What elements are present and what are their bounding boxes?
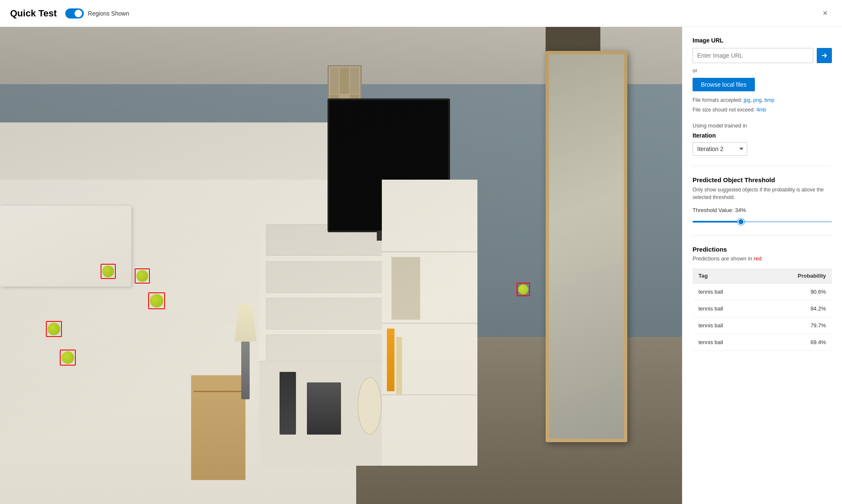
divider-2 <box>693 235 832 236</box>
divider-1 <box>693 166 832 166</box>
image-panel <box>0 27 682 504</box>
cell-tag-3: tennis ball <box>693 334 759 351</box>
cell-probability-3: 69.4% <box>759 334 832 351</box>
predictions-title: Predictions <box>693 246 832 253</box>
shelf-item-yellow <box>387 329 394 392</box>
tennis-ball-1 <box>102 265 114 277</box>
iteration-select[interactable]: Iteration 1 Iteration 2 Iteration 3 <box>693 142 747 156</box>
table-header-row: Tag Probability <box>693 268 832 284</box>
table-header-probability: Probability <box>759 268 832 284</box>
shelf-item-2 <box>396 337 402 394</box>
file-formats-info: File formats accepted: jpg, png, bmp <box>693 96 832 104</box>
predictions-section: Predictions Predictions are shown in red… <box>693 246 832 351</box>
table-row: tennis ball 84.2% <box>693 300 832 317</box>
file-size-link[interactable]: 4mb <box>756 107 766 113</box>
predictions-table: Tag Probability tennis ball 90.6% tennis… <box>693 268 832 351</box>
art-cell <box>350 68 359 94</box>
file-size-text: File size should not exceed: <box>693 107 755 113</box>
bedroom-scene <box>0 27 682 504</box>
url-submit-button[interactable] <box>817 48 832 63</box>
lamp-shade <box>234 304 256 342</box>
table-row: tennis ball 69.4% <box>693 334 832 351</box>
art-cell <box>340 68 349 94</box>
threshold-value-label: Threshold Value: 34% <box>693 207 832 213</box>
or-text: or <box>693 67 832 74</box>
dresser-drawer-3 <box>266 298 389 329</box>
lamp-base <box>241 342 249 399</box>
lamp <box>232 304 259 399</box>
cell-probability-1: 84.2% <box>759 300 832 317</box>
mirror <box>546 51 627 442</box>
browse-local-files-button[interactable]: Browse local files <box>693 78 755 91</box>
cell-probability-2: 79.7% <box>759 317 832 334</box>
threshold-title: Predicted Object Threshold <box>693 176 832 183</box>
toggle-container: Regions Shown <box>65 8 129 19</box>
table-header-tag: Tag <box>693 268 759 284</box>
dresser <box>259 204 396 466</box>
png-link[interactable]: png <box>753 97 762 103</box>
threshold-section: Predicted Object Threshold Only show sug… <box>693 176 832 225</box>
art-cell <box>330 68 339 94</box>
using-model-label: Using model trained in <box>693 122 832 129</box>
image-url-input[interactable] <box>693 48 813 63</box>
file-size-info: File size should not exceed: 4mb <box>693 106 832 114</box>
dresser-item-1 <box>280 372 296 435</box>
dresser-item-2 <box>307 382 341 435</box>
shelf-2 <box>382 323 477 324</box>
cell-tag-1: tennis ball <box>693 300 759 317</box>
header: Quick Test Regions Shown × <box>0 0 842 27</box>
shelf-item-3 <box>392 257 420 320</box>
dresser-item-3 <box>357 377 382 435</box>
main-content: Image URL or Browse local files File for… <box>0 27 842 504</box>
mirror-reflection <box>549 54 624 439</box>
predictions-desc-prefix: Predictions are shown in <box>693 255 752 262</box>
cell-probability-0: 90.6% <box>759 284 832 300</box>
dresser-top-items <box>259 361 396 466</box>
threshold-description: Only show suggested objects if the proba… <box>693 186 832 201</box>
url-input-row <box>693 48 832 63</box>
close-button[interactable]: × <box>818 7 832 20</box>
model-section: Using model trained in Iteration Iterati… <box>693 122 832 156</box>
bed-headboard <box>0 122 356 180</box>
image-url-section: Image URL or Browse local files File for… <box>693 37 832 114</box>
table-row: tennis ball 79.7% <box>693 317 832 334</box>
tennis-ball-5 <box>61 351 74 364</box>
mirror-interior <box>549 54 624 439</box>
page-title: Quick Test <box>10 8 57 19</box>
cell-tag-0: tennis ball <box>693 284 759 300</box>
dresser-drawer-2 <box>266 261 389 293</box>
cell-tag-2: tennis ball <box>693 317 759 334</box>
shelf-3 <box>382 394 477 395</box>
shelf-1 <box>382 251 477 252</box>
table-row: tennis ball 90.6% <box>693 284 832 300</box>
bmp-link[interactable]: bmp <box>765 97 774 103</box>
regions-shown-toggle[interactable] <box>65 8 84 19</box>
jpg-link[interactable]: jpg <box>743 97 750 103</box>
shelf-unit <box>382 180 477 466</box>
file-formats-text: File formats accepted: <box>693 97 742 103</box>
right-panel: Image URL or Browse local files File for… <box>682 27 842 504</box>
predictions-desc-color-word: red <box>754 255 762 262</box>
predictions-description: Predictions are shown in red <box>693 255 832 262</box>
image-url-label: Image URL <box>693 37 832 44</box>
threshold-slider-container <box>693 217 832 225</box>
toggle-label: Regions Shown <box>88 10 129 17</box>
iteration-label: Iteration <box>693 132 832 139</box>
threshold-slider[interactable] <box>693 221 832 223</box>
